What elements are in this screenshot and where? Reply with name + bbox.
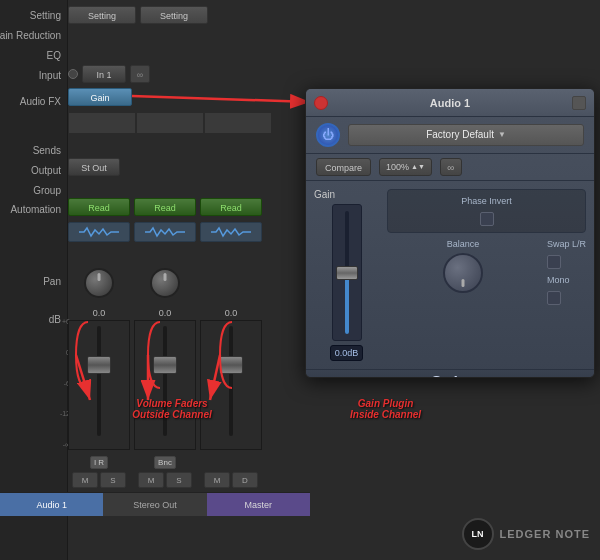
preset-dropdown[interactable]: Factory Default ▼ <box>348 124 584 146</box>
label-gain-reduction: Gain Reduction <box>0 30 61 41</box>
plugin-bottom-label: Gain <box>306 369 594 378</box>
label-setting: Setting <box>30 10 61 21</box>
phase-invert-checkbox[interactable] <box>480 212 494 226</box>
automation-row: Read Read Read <box>68 198 262 216</box>
gain-section-label: Gain <box>314 189 335 200</box>
ir-label-box: I R <box>68 456 130 469</box>
fader-channel-1[interactable] <box>68 320 130 450</box>
percent-control[interactable]: 100% ▲▼ <box>379 158 432 176</box>
db-value-3: 0.0 <box>200 308 262 318</box>
preset-name: Factory Default <box>426 124 494 146</box>
label-eq: EQ <box>47 50 61 61</box>
bnc-badge: Bnc <box>154 456 176 469</box>
plugin-minimize-button[interactable] <box>572 96 586 110</box>
annotation-volume-main: Volume Faders <box>72 398 272 409</box>
bnc-label-box: Bnc <box>134 456 196 469</box>
annotation-gain-main: Gain Plugin <box>350 398 421 409</box>
automation-read-button-1[interactable]: Read <box>68 198 130 216</box>
plugin-content: Gain 0.0dB Phase Invert Balance <box>306 181 594 369</box>
annotation-gain-sub: Inside Channel <box>350 409 421 420</box>
eq-wave-2 <box>134 222 196 242</box>
send-box-2 <box>136 112 204 134</box>
annotation-volume-faders: Volume Faders Outside Channel <box>72 398 272 420</box>
annotation-gain-plugin: Gain Plugin Inside Channel <box>350 398 421 420</box>
tab-master[interactable]: Master <box>207 492 310 516</box>
setting-button-1[interactable]: Setting <box>68 6 136 24</box>
input-in1-button[interactable]: In 1 <box>82 65 126 83</box>
output-stout-button[interactable]: St Out <box>68 158 120 176</box>
plugin-close-button[interactable] <box>314 96 328 110</box>
setting-button-2[interactable]: Setting <box>140 6 208 24</box>
mono-checkbox[interactable] <box>547 291 561 305</box>
db-value-2: 0.0 <box>134 308 196 318</box>
compare-button[interactable]: Compare <box>316 158 371 176</box>
mute-button-1[interactable]: M <box>72 472 98 488</box>
db-value-1: 0.0 <box>68 308 130 318</box>
input-dot <box>68 69 78 79</box>
tab-stereo-out[interactable]: Stereo Out <box>103 492 206 516</box>
gain-fader-container[interactable] <box>332 204 362 341</box>
gain-plugin-panel: Audio 1 ⏻ Factory Default ▼ Compare 100%… <box>305 88 595 378</box>
pan-knob-2[interactable] <box>150 268 180 298</box>
power-button[interactable]: ⏻ <box>316 123 340 147</box>
db-values-row: 0.0 0.0 0.0 <box>68 308 266 318</box>
pan-row <box>68 268 262 298</box>
mute-button-3[interactable]: M <box>204 472 230 488</box>
send-box-1 <box>68 112 136 134</box>
phase-checkbox-row <box>396 212 577 226</box>
swap-checkbox[interactable] <box>547 255 561 269</box>
fader-handle-3[interactable] <box>219 356 243 374</box>
link-button[interactable]: ∞ <box>440 158 462 176</box>
ms-buttons-row: M S M S M D <box>68 472 262 488</box>
tab-audio1[interactable]: Audio 1 <box>0 492 103 516</box>
solo-button-1[interactable]: S <box>100 472 126 488</box>
ledger-note-logo: LN Ledger Note <box>462 518 590 550</box>
balance-row: Balance Swap L/R Mono <box>387 239 586 305</box>
phase-invert-label: Phase Invert <box>396 196 577 206</box>
plugin-title: Audio 1 <box>328 97 572 109</box>
balance-label: Balance <box>447 239 480 249</box>
swap-label: Swap L/R <box>547 239 586 249</box>
link-icon[interactable]: ∞ <box>130 65 150 83</box>
pan-knob-container-3 <box>200 268 262 298</box>
swap-mono-section: Swap L/R Mono <box>547 239 586 305</box>
ir-badge: I R <box>90 456 108 469</box>
balance-knob[interactable] <box>443 253 483 293</box>
solo-button-2[interactable]: S <box>166 472 192 488</box>
eq-wave-3 <box>200 222 262 242</box>
fader-area <box>68 320 262 450</box>
annotation-volume-sub: Outside Channel <box>72 409 272 420</box>
label-input: Input <box>39 70 61 81</box>
d-button-3[interactable]: D <box>232 472 258 488</box>
audiofx-row: Gain <box>68 88 132 106</box>
ledger-note-circle: LN <box>462 518 494 550</box>
fader-channel-2[interactable] <box>134 320 196 450</box>
gain-db-display: 0.0dB <box>330 345 364 361</box>
dropdown-arrow-icon: ▼ <box>498 124 506 146</box>
input-row: In 1 ∞ <box>68 65 150 83</box>
percent-value: 100% <box>386 158 409 176</box>
send-box-3 <box>204 112 272 134</box>
mono-label: Mono <box>547 275 570 285</box>
gain-button[interactable]: Gain <box>68 88 132 106</box>
pan-knob-1[interactable] <box>84 268 114 298</box>
ledger-note-text: Ledger Note <box>500 528 590 540</box>
eq-wave-row <box>68 222 262 242</box>
automation-read-button-2[interactable]: Read <box>134 198 196 216</box>
mute-button-2[interactable]: M <box>138 472 164 488</box>
gain-fader-handle[interactable] <box>336 266 358 280</box>
preset-row: ⏻ Factory Default ▼ <box>306 117 594 154</box>
top-setting-buttons: Setting Setting <box>68 6 212 24</box>
ms-group-1: M S <box>68 472 130 488</box>
ms-group-2: M S <box>134 472 196 488</box>
svg-line-1 <box>132 96 310 102</box>
label-pan: Pan <box>43 276 61 287</box>
fader-handle-2[interactable] <box>153 356 177 374</box>
percent-arrows-icon: ▲▼ <box>411 158 425 176</box>
eq-wave-1 <box>68 222 130 242</box>
fader-handle-1[interactable] <box>87 356 111 374</box>
automation-read-button-3[interactable]: Read <box>200 198 262 216</box>
fader-channel-3[interactable] <box>200 320 262 450</box>
gain-fader-section: Gain 0.0dB <box>314 189 379 361</box>
label-automation: Automation <box>10 204 61 215</box>
